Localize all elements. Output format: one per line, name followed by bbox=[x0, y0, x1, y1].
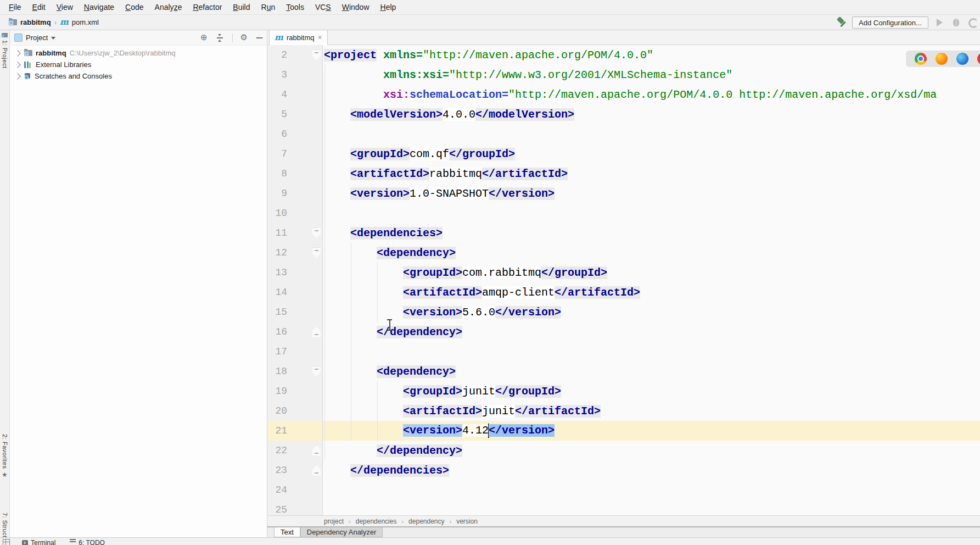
menu-item-help[interactable]: Help bbox=[375, 3, 402, 12]
menu-item-run[interactable]: Run bbox=[256, 3, 281, 12]
code-text: <artifactId>rabbitmq</artifactId> bbox=[323, 168, 568, 180]
code-line-16[interactable]: 16 </dependency> bbox=[267, 322, 980, 342]
xml-breadcrumb-bar: projectdependenciesdependencyversion bbox=[267, 515, 980, 526]
fold-marker-up-icon[interactable] bbox=[312, 327, 321, 337]
run-icon[interactable] bbox=[937, 19, 943, 26]
menu-item-tools[interactable]: Tools bbox=[281, 3, 310, 12]
menu-item-vcs[interactable]: VCS bbox=[310, 3, 337, 12]
status-item-6-todo[interactable]: 6: TODO bbox=[70, 539, 105, 545]
fold-marker-down-icon[interactable] bbox=[312, 50, 321, 60]
gutter: 6 bbox=[267, 124, 323, 144]
code-line-21[interactable]: 21 <version>4.12</version> bbox=[267, 421, 980, 441]
code-line-18[interactable]: 18 <dependency> bbox=[267, 362, 980, 381]
chrome-browser-icon[interactable] bbox=[915, 53, 927, 65]
build-hammer-icon[interactable] bbox=[836, 17, 848, 28]
fold-marker-down-icon[interactable] bbox=[312, 228, 321, 238]
opera-browser-icon[interactable] bbox=[977, 53, 980, 65]
menu-item-view[interactable]: View bbox=[51, 3, 79, 12]
code-line-19[interactable]: 19 <groupId>junit</groupId> bbox=[267, 381, 980, 401]
menu-item-refactor[interactable]: Refactor bbox=[187, 3, 227, 12]
add-configuration-button[interactable]: Add Configuration... bbox=[852, 16, 928, 29]
menu-item-navigate[interactable]: Navigate bbox=[79, 3, 120, 12]
gutter: 23 bbox=[267, 460, 323, 480]
gutter: 24 bbox=[267, 480, 323, 500]
debug-icon[interactable] bbox=[953, 19, 959, 26]
menu-item-edit[interactable]: Edit bbox=[27, 3, 51, 12]
bottom-tab-text[interactable]: Text bbox=[274, 527, 300, 537]
fold-column bbox=[287, 327, 322, 337]
bottom-tab-dependency-analyzer[interactable]: Dependency Analyzer bbox=[300, 527, 383, 537]
xml-breadcrumb-version[interactable]: version bbox=[456, 518, 478, 525]
code-line-13[interactable]: 13 <groupId>com.rabbitmq</groupId> bbox=[267, 263, 980, 282]
line-number: 12 bbox=[267, 247, 287, 258]
tool-window-switcher-icon[interactable] bbox=[3, 539, 10, 545]
xml-breadcrumb-dependencies[interactable]: dependencies bbox=[356, 518, 397, 525]
tree-row-scratches-and-consoles[interactable]: Scratches and Consoles bbox=[10, 70, 267, 82]
locate-icon[interactable] bbox=[200, 34, 208, 42]
code-line-12[interactable]: 12 <dependency> bbox=[267, 243, 980, 263]
chevron-right-icon[interactable] bbox=[14, 73, 20, 79]
code-line-6[interactable]: 6 bbox=[267, 124, 980, 144]
tree-row-external-libraries[interactable]: External Libraries bbox=[10, 59, 267, 70]
project-panel-title[interactable]: Project bbox=[26, 34, 48, 42]
fold-marker-down-icon[interactable] bbox=[312, 366, 321, 377]
line-number: 6 bbox=[267, 129, 287, 140]
collapse-all-icon[interactable] bbox=[216, 34, 223, 42]
breadcrumb-item-rabbitmq[interactable]: rabbitmq bbox=[20, 18, 51, 26]
code-line-15[interactable]: 15 <version>5.6.0</version> bbox=[267, 302, 980, 322]
code-line-2[interactable]: 2<project xmlns="http://maven.apache.org… bbox=[267, 45, 980, 65]
todo-icon bbox=[70, 539, 76, 545]
tree-row-rabbitmq[interactable]: rabbitmqC:\Users\zjw_2\Desktop\rabbitmq bbox=[10, 47, 267, 59]
main-toolbar: rabbitmqpom.xml Add Configuration... bbox=[0, 15, 980, 30]
code-line-25[interactable]: 25 bbox=[267, 500, 980, 515]
chevron-right-icon[interactable] bbox=[14, 50, 20, 56]
breadcrumb-separator bbox=[450, 518, 452, 525]
breadcrumb-item-pom-xml[interactable]: pom.xml bbox=[72, 18, 99, 26]
menu-item-analyze[interactable]: Analyze bbox=[149, 3, 188, 12]
code-text: <version>5.6.0</version> bbox=[323, 306, 561, 319]
fold-marker-up-icon[interactable] bbox=[312, 446, 321, 456]
code-line-23[interactable]: 23 </dependencies> bbox=[267, 460, 980, 480]
xml-breadcrumb-project[interactable]: project bbox=[324, 518, 344, 525]
code-line-11[interactable]: 11 <dependencies> bbox=[267, 223, 980, 243]
tool-button-project[interactable]: 1: Project bbox=[0, 33, 9, 68]
status-item-terminal[interactable]: Terminal bbox=[22, 539, 55, 545]
chevron-down-icon[interactable] bbox=[51, 37, 55, 40]
fold-marker-up-icon[interactable] bbox=[312, 465, 321, 476]
code-line-4[interactable]: 4 xsi:schemaLocation="http://maven.apach… bbox=[267, 85, 980, 104]
firefox-browser-icon[interactable] bbox=[936, 53, 948, 65]
tool-button-favorites[interactable]: 2: Favorites bbox=[0, 434, 9, 478]
code-line-5[interactable]: 5 <modelVersion>4.0.0</modelVersion> bbox=[267, 104, 980, 124]
line-number: 10 bbox=[267, 208, 287, 219]
editor-tab-rabbitmq[interactable]: rabbitmq bbox=[269, 30, 328, 45]
line-number: 25 bbox=[267, 504, 287, 515]
code-line-8[interactable]: 8 <artifactId>rabbitmq</artifactId> bbox=[267, 164, 980, 183]
gutter: 9 bbox=[267, 183, 323, 203]
gutter: 3 bbox=[267, 65, 323, 85]
code-text: <dependencies> bbox=[323, 227, 443, 240]
code-line-9[interactable]: 9 <version>1.0-SNAPSHOT</version> bbox=[267, 183, 980, 203]
code-line-7[interactable]: 7 <groupId>com.qf</groupId> bbox=[267, 144, 980, 164]
close-icon[interactable] bbox=[317, 34, 322, 41]
chevron-right-icon[interactable] bbox=[14, 62, 20, 68]
gear-icon[interactable] bbox=[240, 34, 248, 42]
hide-panel-icon[interactable] bbox=[256, 37, 262, 38]
code-line-22[interactable]: 22 </dependency> bbox=[267, 441, 980, 460]
code-line-20[interactable]: 20 <artifactId>junit</artifactId> bbox=[267, 401, 980, 421]
code-line-14[interactable]: 14 <artifactId>amqp-client</artifactId> bbox=[267, 282, 980, 302]
code-line-10[interactable]: 10 bbox=[267, 203, 980, 223]
menu-item-window[interactable]: Window bbox=[337, 3, 375, 12]
menu-item-code[interactable]: Code bbox=[120, 3, 149, 12]
xml-breadcrumb-dependency[interactable]: dependency bbox=[408, 518, 444, 525]
code-line-17[interactable]: 17 bbox=[267, 342, 980, 362]
folder-icon bbox=[9, 19, 17, 25]
code-line-3[interactable]: 3 xmlns:xsi="http://www.w3.org/2001/XMLS… bbox=[267, 65, 980, 85]
project-folder-icon bbox=[24, 50, 32, 56]
profiler-icon[interactable] bbox=[968, 18, 978, 28]
code-line-24[interactable]: 24 bbox=[267, 480, 980, 500]
editor[interactable]: 2<project xmlns="http://maven.apache.org… bbox=[267, 45, 980, 515]
menu-item-build[interactable]: Build bbox=[227, 3, 255, 12]
menu-item-file[interactable]: File bbox=[3, 3, 27, 12]
fold-marker-down-icon[interactable] bbox=[312, 248, 321, 258]
edge-browser-icon[interactable] bbox=[956, 53, 968, 65]
